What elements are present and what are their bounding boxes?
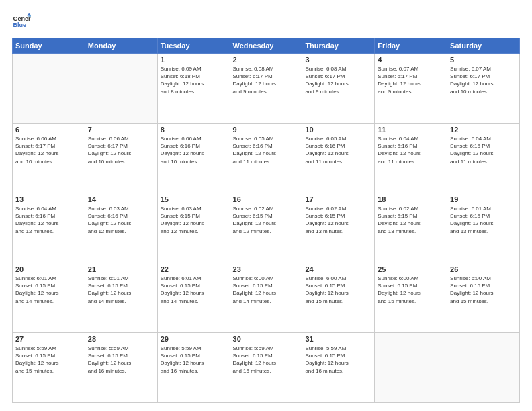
day-number: 19 bbox=[450, 195, 517, 203]
calendar-cell: 19Sunrise: 6:01 AM Sunset: 6:15 PM Dayli… bbox=[447, 193, 520, 263]
weekday-header-row: SundayMondayTuesdayWednesdayThursdayFrid… bbox=[13, 38, 520, 54]
day-number: 7 bbox=[88, 126, 154, 134]
day-info: Sunrise: 5:59 AM Sunset: 6:15 PM Dayligh… bbox=[233, 345, 300, 375]
day-info: Sunrise: 6:05 AM Sunset: 6:16 PM Dayligh… bbox=[233, 135, 300, 165]
day-number: 1 bbox=[161, 56, 227, 64]
weekday-header: Tuesday bbox=[157, 38, 230, 54]
day-number: 22 bbox=[161, 265, 227, 273]
day-number: 10 bbox=[305, 126, 371, 134]
calendar-cell: 4Sunrise: 6:07 AM Sunset: 6:17 PM Daylig… bbox=[375, 54, 447, 124]
day-info: Sunrise: 5:59 AM Sunset: 6:15 PM Dayligh… bbox=[88, 345, 154, 375]
calendar-cell bbox=[13, 54, 85, 124]
day-info: Sunrise: 6:01 AM Sunset: 6:15 PM Dayligh… bbox=[15, 275, 82, 305]
day-info: Sunrise: 6:05 AM Sunset: 6:16 PM Dayligh… bbox=[305, 135, 371, 165]
calendar-cell: 8Sunrise: 6:06 AM Sunset: 6:16 PM Daylig… bbox=[157, 124, 230, 193]
day-number: 8 bbox=[161, 126, 227, 134]
weekday-header: Thursday bbox=[302, 38, 375, 54]
calendar-cell: 21Sunrise: 6:01 AM Sunset: 6:15 PM Dayli… bbox=[85, 263, 157, 333]
day-info: Sunrise: 6:02 AM Sunset: 6:15 PM Dayligh… bbox=[378, 205, 444, 235]
calendar-cell: 14Sunrise: 6:03 AM Sunset: 6:16 PM Dayli… bbox=[85, 193, 157, 263]
calendar-cell: 28Sunrise: 5:59 AM Sunset: 6:15 PM Dayli… bbox=[85, 333, 157, 403]
day-number: 11 bbox=[378, 126, 444, 134]
weekday-header: Saturday bbox=[447, 38, 520, 54]
svg-text:Blue: Blue bbox=[13, 21, 26, 28]
day-number: 9 bbox=[233, 126, 300, 134]
day-info: Sunrise: 5:59 AM Sunset: 6:15 PM Dayligh… bbox=[15, 345, 82, 375]
day-info: Sunrise: 6:00 AM Sunset: 6:15 PM Dayligh… bbox=[378, 275, 444, 305]
day-info: Sunrise: 6:06 AM Sunset: 6:17 PM Dayligh… bbox=[88, 135, 154, 165]
day-number: 26 bbox=[450, 265, 517, 273]
day-number: 18 bbox=[378, 195, 444, 203]
day-number: 2 bbox=[233, 56, 300, 64]
day-number: 16 bbox=[233, 195, 300, 203]
day-number: 6 bbox=[15, 126, 82, 134]
day-info: Sunrise: 6:01 AM Sunset: 6:15 PM Dayligh… bbox=[88, 275, 154, 305]
day-info: Sunrise: 6:08 AM Sunset: 6:17 PM Dayligh… bbox=[233, 65, 300, 95]
calendar-table: SundayMondayTuesdayWednesdayThursdayFrid… bbox=[12, 38, 520, 403]
calendar-cell: 18Sunrise: 6:02 AM Sunset: 6:15 PM Dayli… bbox=[375, 193, 447, 263]
day-number: 21 bbox=[88, 265, 154, 273]
day-number: 28 bbox=[88, 335, 154, 343]
day-number: 12 bbox=[450, 126, 517, 134]
calendar-cell: 22Sunrise: 6:01 AM Sunset: 6:15 PM Dayli… bbox=[157, 263, 230, 333]
day-info: Sunrise: 6:01 AM Sunset: 6:15 PM Dayligh… bbox=[161, 275, 227, 305]
day-info: Sunrise: 6:06 AM Sunset: 6:16 PM Dayligh… bbox=[161, 135, 227, 165]
calendar-cell: 20Sunrise: 6:01 AM Sunset: 6:15 PM Dayli… bbox=[13, 263, 85, 333]
calendar-cell: 12Sunrise: 6:04 AM Sunset: 6:16 PM Dayli… bbox=[447, 124, 520, 193]
calendar-week-row: 13Sunrise: 6:04 AM Sunset: 6:16 PM Dayli… bbox=[13, 193, 520, 263]
calendar-cell: 3Sunrise: 6:08 AM Sunset: 6:17 PM Daylig… bbox=[302, 54, 375, 124]
day-info: Sunrise: 6:02 AM Sunset: 6:15 PM Dayligh… bbox=[233, 205, 300, 235]
day-number: 13 bbox=[15, 195, 82, 203]
day-info: Sunrise: 6:06 AM Sunset: 6:17 PM Dayligh… bbox=[15, 135, 82, 165]
day-number: 14 bbox=[88, 195, 154, 203]
day-info: Sunrise: 6:07 AM Sunset: 6:17 PM Dayligh… bbox=[450, 65, 517, 95]
calendar-cell: 13Sunrise: 6:04 AM Sunset: 6:16 PM Dayli… bbox=[13, 193, 85, 263]
logo: General Blue bbox=[12, 12, 31, 31]
calendar-cell: 15Sunrise: 6:03 AM Sunset: 6:15 PM Dayli… bbox=[157, 193, 230, 263]
day-number: 20 bbox=[15, 265, 82, 273]
weekday-header: Sunday bbox=[13, 38, 85, 54]
calendar-cell bbox=[375, 333, 447, 403]
calendar-cell: 27Sunrise: 5:59 AM Sunset: 6:15 PM Dayli… bbox=[13, 333, 85, 403]
day-info: Sunrise: 6:04 AM Sunset: 6:16 PM Dayligh… bbox=[450, 135, 517, 165]
day-number: 27 bbox=[15, 335, 82, 343]
day-info: Sunrise: 6:00 AM Sunset: 6:15 PM Dayligh… bbox=[233, 275, 300, 305]
calendar-cell: 17Sunrise: 6:02 AM Sunset: 6:15 PM Dayli… bbox=[302, 193, 375, 263]
calendar-cell: 24Sunrise: 6:00 AM Sunset: 6:15 PM Dayli… bbox=[302, 263, 375, 333]
calendar-cell: 30Sunrise: 5:59 AM Sunset: 6:15 PM Dayli… bbox=[230, 333, 302, 403]
day-number: 23 bbox=[233, 265, 300, 273]
day-info: Sunrise: 6:00 AM Sunset: 6:15 PM Dayligh… bbox=[305, 275, 371, 305]
day-info: Sunrise: 6:04 AM Sunset: 6:16 PM Dayligh… bbox=[378, 135, 444, 165]
day-info: Sunrise: 6:08 AM Sunset: 6:17 PM Dayligh… bbox=[305, 65, 371, 95]
day-number: 29 bbox=[161, 335, 227, 343]
calendar-week-row: 1Sunrise: 6:09 AM Sunset: 6:18 PM Daylig… bbox=[13, 54, 520, 124]
weekday-header: Friday bbox=[375, 38, 447, 54]
calendar-cell: 6Sunrise: 6:06 AM Sunset: 6:17 PM Daylig… bbox=[13, 124, 85, 193]
day-number: 30 bbox=[233, 335, 300, 343]
day-number: 15 bbox=[161, 195, 227, 203]
calendar-cell: 5Sunrise: 6:07 AM Sunset: 6:17 PM Daylig… bbox=[447, 54, 520, 124]
calendar-cell: 25Sunrise: 6:00 AM Sunset: 6:15 PM Dayli… bbox=[375, 263, 447, 333]
weekday-header: Wednesday bbox=[230, 38, 302, 54]
day-info: Sunrise: 6:07 AM Sunset: 6:17 PM Dayligh… bbox=[378, 65, 444, 95]
day-info: Sunrise: 6:01 AM Sunset: 6:15 PM Dayligh… bbox=[450, 205, 517, 235]
day-info: Sunrise: 6:09 AM Sunset: 6:18 PM Dayligh… bbox=[161, 65, 227, 95]
calendar-cell: 16Sunrise: 6:02 AM Sunset: 6:15 PM Dayli… bbox=[230, 193, 302, 263]
calendar-cell: 26Sunrise: 6:00 AM Sunset: 6:15 PM Dayli… bbox=[447, 263, 520, 333]
day-number: 31 bbox=[305, 335, 371, 343]
page: General Blue SundayMondayTuesdayWednesda… bbox=[0, 0, 532, 411]
day-number: 3 bbox=[305, 56, 371, 64]
day-info: Sunrise: 6:00 AM Sunset: 6:15 PM Dayligh… bbox=[450, 275, 517, 305]
calendar-cell: 29Sunrise: 5:59 AM Sunset: 6:15 PM Dayli… bbox=[157, 333, 230, 403]
calendar-week-row: 27Sunrise: 5:59 AM Sunset: 6:15 PM Dayli… bbox=[13, 333, 520, 403]
day-info: Sunrise: 5:59 AM Sunset: 6:15 PM Dayligh… bbox=[161, 345, 227, 375]
day-info: Sunrise: 6:03 AM Sunset: 6:15 PM Dayligh… bbox=[161, 205, 227, 235]
calendar-cell: 23Sunrise: 6:00 AM Sunset: 6:15 PM Dayli… bbox=[230, 263, 302, 333]
calendar-cell: 11Sunrise: 6:04 AM Sunset: 6:16 PM Dayli… bbox=[375, 124, 447, 193]
calendar-cell: 10Sunrise: 6:05 AM Sunset: 6:16 PM Dayli… bbox=[302, 124, 375, 193]
calendar-week-row: 20Sunrise: 6:01 AM Sunset: 6:15 PM Dayli… bbox=[13, 263, 520, 333]
calendar-cell: 2Sunrise: 6:08 AM Sunset: 6:17 PM Daylig… bbox=[230, 54, 302, 124]
calendar-week-row: 6Sunrise: 6:06 AM Sunset: 6:17 PM Daylig… bbox=[13, 124, 520, 193]
day-info: Sunrise: 6:04 AM Sunset: 6:16 PM Dayligh… bbox=[15, 205, 82, 235]
weekday-header: Monday bbox=[85, 38, 157, 54]
